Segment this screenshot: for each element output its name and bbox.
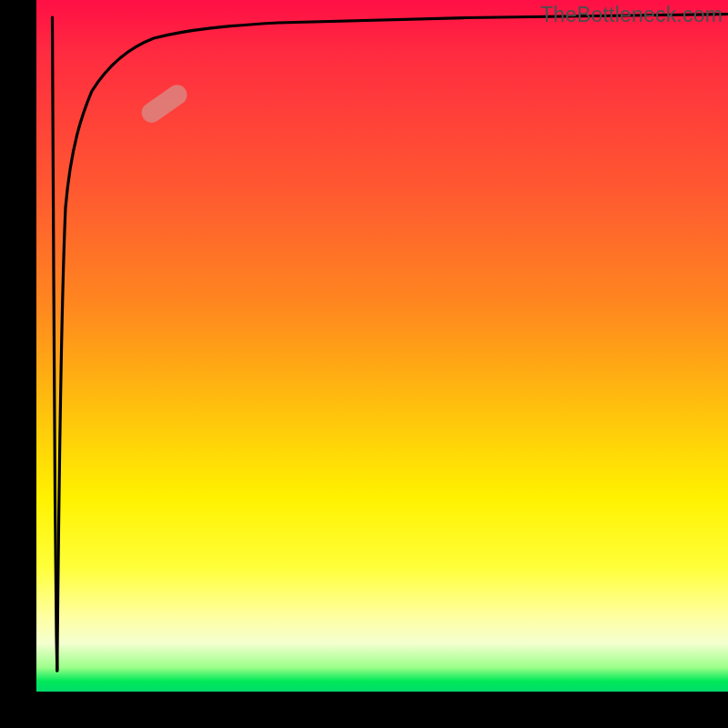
bottleneck-curve (36, 0, 728, 692)
svg-rect-0 (137, 81, 190, 126)
axis-left-border (0, 0, 36, 728)
axis-bottom-border (0, 692, 728, 728)
plot-area (36, 0, 728, 692)
curve-marker (137, 81, 190, 126)
watermark-text: TheBottleneck.com (541, 3, 723, 27)
chart-container: TheBottleneck.com (0, 0, 728, 728)
curve-down-spike (53, 17, 57, 671)
